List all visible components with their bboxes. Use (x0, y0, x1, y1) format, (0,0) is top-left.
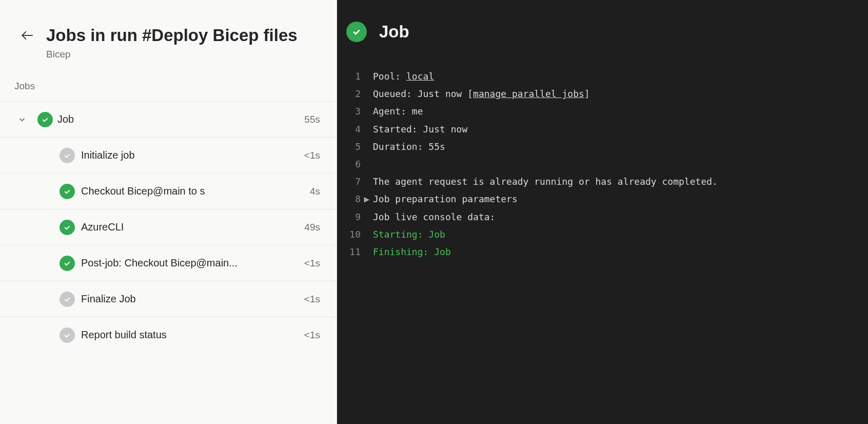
job-name: Job (57, 113, 300, 125)
step-row[interactable]: Checkout Bicep@main to s4s (0, 173, 337, 209)
jobs-section-label: Jobs (0, 81, 337, 101)
log-output[interactable]: 1Pool: local2Queued: Just now [manage pa… (337, 68, 868, 424)
log-line-text: Agent: me (373, 103, 864, 120)
log-line-number: 8 (341, 190, 361, 208)
log-line-text (373, 156, 864, 173)
step-row[interactable]: Post-job: Checkout Bicep@main...<1s (0, 245, 337, 281)
log-line-text: Starting: Job (373, 226, 864, 243)
log-line: 7The agent request is already running or… (341, 173, 864, 190)
log-line-text: Duration: 55s (373, 138, 864, 156)
step-row[interactable]: Report build status<1s (0, 317, 337, 353)
jobs-list: Job 55s Initialize job<1sCheckout Bicep@… (0, 101, 337, 424)
log-line-number: 5 (341, 138, 361, 156)
log-line-number: 11 (341, 243, 361, 261)
log-link[interactable]: local (406, 71, 434, 82)
log-line-text: The agent request is already running or … (373, 173, 864, 190)
step-row[interactable]: AzureCLI49s (0, 209, 337, 245)
log-line-number: 2 (341, 85, 361, 103)
log-line: 5Duration: 55s (341, 138, 864, 156)
step-duration: 4s (300, 186, 325, 197)
log-line: 10Starting: Job (341, 226, 864, 243)
status-neutral-icon (60, 327, 75, 343)
step-duration: <1s (300, 150, 325, 161)
log-line-number: 4 (341, 121, 361, 138)
step-name: Post-job: Checkout Bicep@main... (81, 257, 300, 269)
details-header: Job (337, 0, 868, 68)
status-success-icon (37, 112, 53, 127)
log-line-text: Queued: Just now [manage parallel jobs] (373, 85, 864, 103)
job-duration: 55s (300, 114, 325, 125)
log-line-number: 7 (341, 173, 361, 190)
step-name: AzureCLI (81, 221, 300, 233)
log-line: 1Pool: local (341, 68, 864, 85)
step-name: Checkout Bicep@main to s (81, 185, 300, 197)
log-line-number: 6 (341, 156, 361, 173)
jobs-panel: Jobs in run #Deploy Bicep files Bicep Jo… (0, 0, 337, 424)
step-duration: <1s (300, 294, 325, 305)
page-header: Jobs in run #Deploy Bicep files Bicep (0, 0, 337, 81)
job-details-panel: Job 1Pool: local2Queued: Just now [manag… (337, 0, 868, 424)
status-success-icon (60, 220, 75, 235)
chevron-down-icon (17, 115, 27, 124)
step-duration: <1s (300, 258, 325, 269)
log-link[interactable]: manage parallel jobs (473, 88, 584, 99)
log-line-text: Pool: local (373, 68, 864, 85)
log-line: 6 (341, 156, 864, 173)
status-neutral-icon (60, 292, 75, 307)
log-line-text: Started: Just now (373, 121, 864, 138)
log-line-text: Finishing: Job (373, 243, 864, 261)
back-button[interactable] (18, 27, 36, 44)
status-neutral-icon (60, 148, 75, 163)
status-success-icon (60, 184, 75, 199)
log-line-number: 10 (341, 226, 361, 243)
fold-toggle-icon[interactable]: ▶ (361, 190, 373, 208)
step-name: Report build status (81, 329, 300, 341)
log-line: 9Job live console data: (341, 208, 864, 226)
arrow-left-icon (21, 29, 34, 42)
step-row[interactable]: Finalize Job<1s (0, 281, 337, 317)
log-line-text: Job preparation parameters (373, 190, 864, 208)
step-name: Finalize Job (81, 293, 300, 305)
log-line-number: 1 (341, 68, 361, 85)
log-line-number: 9 (341, 208, 361, 226)
step-duration: 49s (300, 222, 325, 233)
log-line: 11Finishing: Job (341, 243, 864, 261)
status-success-icon (60, 256, 75, 271)
status-success-icon (346, 22, 367, 42)
log-line: 3Agent: me (341, 103, 864, 120)
page-subtitle: Bicep (46, 49, 322, 60)
page-title: Jobs in run #Deploy Bicep files (46, 25, 322, 46)
step-duration: <1s (300, 330, 325, 341)
step-name: Initialize job (81, 149, 300, 161)
job-row[interactable]: Job 55s (0, 101, 337, 137)
log-line: 4Started: Just now (341, 121, 864, 138)
log-line-number: 3 (341, 103, 361, 120)
log-line: 8▶Job preparation parameters (341, 190, 864, 208)
details-title: Job (379, 22, 409, 42)
log-line: 2Queued: Just now [manage parallel jobs] (341, 85, 864, 103)
log-line-text: Job live console data: (373, 208, 864, 226)
step-row[interactable]: Initialize job<1s (0, 137, 337, 173)
expand-toggle[interactable] (11, 115, 33, 124)
